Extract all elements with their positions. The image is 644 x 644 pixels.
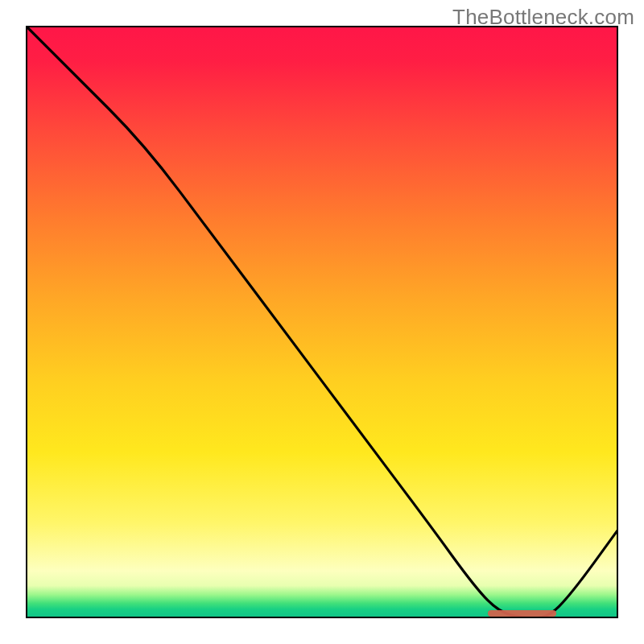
optimal-zone-marker [488,610,556,617]
heat-gradient [26,26,618,618]
chart-container: TheBottleneck.com [0,0,644,644]
plot-area [26,26,618,618]
